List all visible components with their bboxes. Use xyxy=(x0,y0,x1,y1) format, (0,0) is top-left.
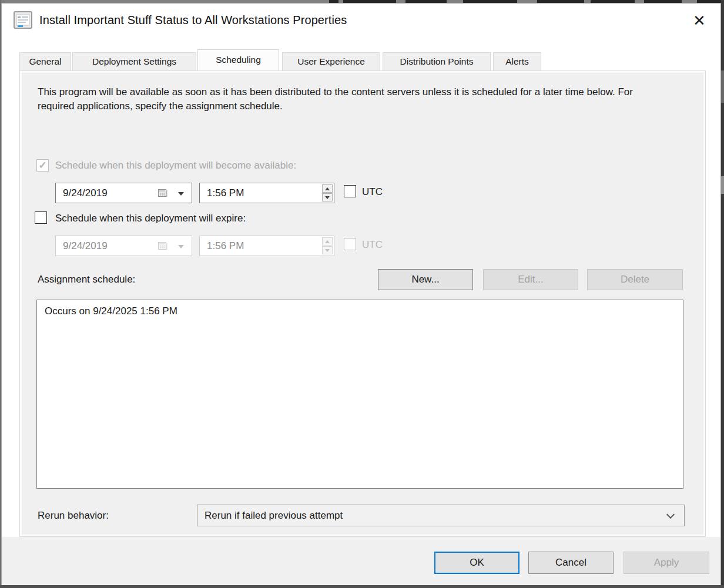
window-title: Install Important Stuff Status to All Wo… xyxy=(39,14,347,27)
tab-alerts[interactable]: Alerts xyxy=(493,52,541,70)
dropdown-arrow-icon[interactable] xyxy=(178,192,184,196)
new-button[interactable]: New... xyxy=(378,269,473,290)
expire-utc-checkbox[interactable] xyxy=(344,238,356,250)
available-utc-label: UTC xyxy=(362,186,383,198)
tab-user-experience[interactable]: User Experience xyxy=(282,52,380,70)
tab-deployment-settings[interactable]: Deployment Settings xyxy=(72,52,196,70)
apply-button[interactable]: Apply xyxy=(624,552,709,574)
ok-button[interactable]: OK xyxy=(434,552,519,574)
checkmark-icon: ✓ xyxy=(37,160,48,171)
calendar-icon xyxy=(157,189,168,198)
down-arrow-icon xyxy=(325,249,330,252)
rerun-behavior-label: Rerun behavior: xyxy=(38,510,109,522)
close-button[interactable]: ✕ xyxy=(688,9,711,32)
spin-down-button[interactable] xyxy=(322,193,333,201)
cancel-button[interactable]: Cancel xyxy=(528,552,614,574)
scheduling-tab-page: This program will be available as soon a… xyxy=(19,70,706,537)
available-time-picker[interactable]: 1:56 PM xyxy=(199,183,334,203)
spin-up-button[interactable] xyxy=(322,184,333,193)
expire-schedule-checkbox[interactable] xyxy=(35,211,47,224)
rerun-behavior-value: Rerun if failed previous attempt xyxy=(205,510,343,522)
expire-utc-label: UTC xyxy=(362,239,383,251)
available-schedule-label: Schedule when this deployment will becom… xyxy=(55,160,296,172)
expire-schedule-label: Schedule when this deployment will expir… xyxy=(55,213,246,224)
background-right-edge xyxy=(721,0,724,588)
expire-date-value: 9/24/2019 xyxy=(63,240,108,252)
list-item[interactable]: Occurs on 9/24/2025 1:56 PM xyxy=(37,300,683,317)
expire-time-picker[interactable]: 1:56 PM xyxy=(199,236,334,256)
properties-dialog: Install Important Stuff Status to All Wo… xyxy=(1,3,721,585)
spin-down-button xyxy=(322,246,333,254)
available-utc-checkbox[interactable] xyxy=(344,185,356,197)
up-arrow-icon xyxy=(325,187,330,190)
chevron-down-icon xyxy=(666,510,675,519)
tab-distribution-points[interactable]: Distribution Points xyxy=(383,52,491,70)
down-arrow-icon xyxy=(325,196,330,199)
calendar-icon xyxy=(157,241,168,251)
expire-time-value: 1:56 PM xyxy=(207,240,244,252)
tab-scheduling[interactable]: Scheduling xyxy=(197,49,279,70)
dropdown-arrow-icon xyxy=(178,245,184,248)
footer-bar: OK Cancel Apply xyxy=(2,537,720,585)
tab-general[interactable]: General xyxy=(19,52,71,70)
available-date-picker[interactable]: 9/24/2019 xyxy=(55,183,192,203)
available-date-value: 9/24/2019 xyxy=(63,187,108,199)
title-bar: Install Important Stuff Status to All Wo… xyxy=(2,4,720,37)
rerun-behavior-dropdown[interactable]: Rerun if failed previous attempt xyxy=(197,505,685,526)
background-artifact xyxy=(721,176,724,194)
assignment-schedule-label: Assignment schedule: xyxy=(38,274,135,285)
up-arrow-icon xyxy=(325,240,330,243)
deployment-properties-icon xyxy=(12,9,33,31)
assignment-schedule-list[interactable]: Occurs on 9/24/2025 1:56 PM xyxy=(36,300,683,489)
time-spinner xyxy=(322,237,333,254)
background-artifact xyxy=(721,70,724,103)
edit-button[interactable]: Edit... xyxy=(483,269,578,290)
expire-date-picker[interactable]: 9/24/2019 xyxy=(55,236,192,256)
available-time-value: 1:56 PM xyxy=(207,187,244,199)
background-bottom-edge xyxy=(0,585,724,588)
description-text: This program will be available as soon a… xyxy=(38,85,672,113)
time-spinner xyxy=(322,184,333,201)
delete-button[interactable]: Delete xyxy=(587,269,683,290)
available-schedule-checkbox[interactable]: ✓ xyxy=(36,159,49,172)
tab-strip: General Deployment Settings Scheduling U… xyxy=(19,50,706,70)
spin-up-button xyxy=(322,237,333,246)
